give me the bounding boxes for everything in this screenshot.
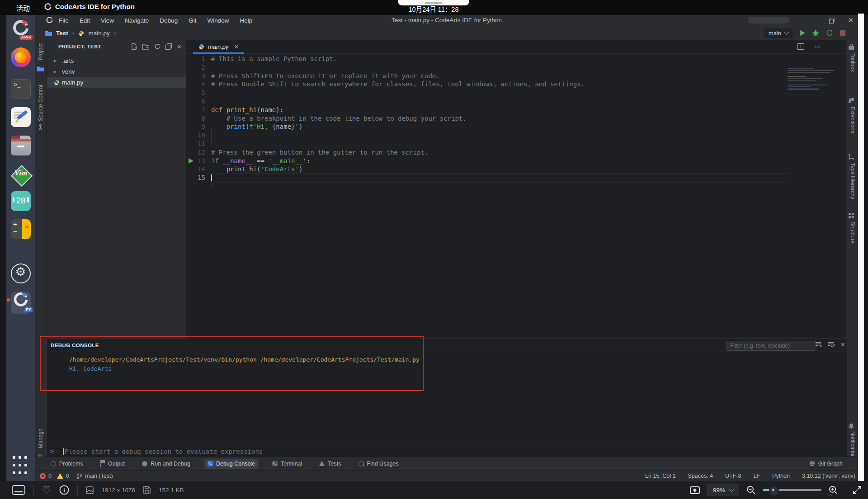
- display-icon[interactable]: [690, 486, 700, 494]
- menu-view[interactable]: View: [101, 17, 114, 24]
- files-icon[interactable]: [11, 136, 31, 155]
- project-folder-icon[interactable]: [37, 66, 44, 73]
- breadcrumb-file[interactable]: main.py: [88, 30, 109, 37]
- tab-main-py[interactable]: main.py ✕: [193, 40, 244, 53]
- warnings-icon[interactable]: [57, 473, 63, 479]
- tool-stripe-type-hierarchy[interactable]: Type Hierarchy: [849, 163, 856, 199]
- status-item[interactable]: LF: [753, 473, 760, 479]
- rerun-button[interactable]: [826, 29, 833, 37]
- status-item[interactable]: Python: [772, 473, 790, 479]
- source-control-icon[interactable]: [37, 124, 44, 131]
- close-panel-icon[interactable]: ✕: [840, 341, 845, 348]
- menu-git[interactable]: Git: [189, 17, 196, 24]
- tool-stripe-extensions[interactable]: Extensions: [849, 107, 856, 133]
- structure-icon[interactable]: [848, 212, 855, 220]
- vim-icon[interactable]: Vim: [11, 165, 31, 185]
- run-button[interactable]: [800, 30, 805, 36]
- app-grid-icon[interactable]: [11, 454, 31, 474]
- panel-tab-find-usages[interactable]: Find Usages: [355, 459, 402, 469]
- fullscreen-icon[interactable]: [853, 485, 862, 494]
- panel-tab-tests[interactable]: Tests: [316, 459, 344, 469]
- clear-console-icon[interactable]: [815, 342, 822, 348]
- favorite-heart-icon[interactable]: ♡: [42, 485, 51, 496]
- zoom-level-select[interactable]: 99%: [707, 484, 739, 496]
- keyboard-icon[interactable]: [12, 485, 25, 495]
- code-line-11[interactable]: 11: [186, 140, 846, 148]
- zoom-in-icon[interactable]: [829, 485, 838, 494]
- menu-help[interactable]: Help: [240, 17, 252, 24]
- code-line-13[interactable]: 13if __name__ == '__main__':: [186, 157, 846, 165]
- firefox-icon[interactable]: [11, 47, 31, 67]
- code-line-6[interactable]: 6: [186, 97, 846, 106]
- console-evaluate-row[interactable]: > Please start a debug session to evalua…: [47, 446, 847, 457]
- tool-stripe-toolbox[interactable]: Toolbox: [849, 53, 856, 72]
- more-actions-icon[interactable]: ⋯: [814, 43, 821, 50]
- soft-wrap-icon[interactable]: [828, 342, 835, 348]
- menu-debug[interactable]: Debug: [160, 17, 178, 24]
- debug-button[interactable]: [812, 29, 819, 37]
- zoom-out-icon[interactable]: [746, 485, 755, 494]
- code-area[interactable]: 1# This is a sample Python script.23# Pr…: [186, 53, 846, 340]
- run-gutter-icon[interactable]: [189, 158, 193, 164]
- toolbox-icon[interactable]: [848, 44, 855, 52]
- panel-tab-debug-console[interactable]: ›_Debug Console: [204, 459, 259, 469]
- breadcrumb-project[interactable]: Test: [56, 30, 68, 37]
- tree-item-mainpy[interactable]: main.py: [47, 77, 186, 88]
- tree-item-venv[interactable]: ▸venv: [47, 66, 186, 77]
- close-button[interactable]: ✕: [848, 16, 854, 24]
- branch-label[interactable]: main (Test): [85, 473, 113, 479]
- panel-tab-problems[interactable]: Problems: [47, 459, 87, 469]
- panel-tab-output[interactable]: Output: [97, 459, 129, 469]
- code-line-2[interactable]: 2: [186, 63, 846, 72]
- code-line-7[interactable]: 7def print_hi(name):: [186, 106, 846, 114]
- calendar-icon[interactable]: 28: [11, 191, 31, 211]
- tree-item-arts[interactable]: ▸.arts: [47, 55, 186, 66]
- text-editor-icon[interactable]: [11, 107, 31, 127]
- panel-tab-terminal[interactable]: ›_Terminal: [269, 459, 306, 469]
- menu-edit[interactable]: Edit: [80, 17, 90, 24]
- code-line-3[interactable]: 3# Press Shift+F9 to execute it or repla…: [186, 72, 846, 80]
- tool-stripe-source-control[interactable]: Source Control: [38, 85, 44, 121]
- extensions-icon[interactable]: [848, 98, 855, 105]
- warnings-count[interactable]: 0: [66, 473, 69, 479]
- code-line-9[interactable]: 9 print(f'Hi, {name}'): [186, 122, 846, 131]
- code-line-10[interactable]: 10: [186, 131, 846, 140]
- tab-close-icon[interactable]: ✕: [234, 43, 239, 50]
- close-icon[interactable]: ✕: [177, 43, 182, 50]
- activities-button[interactable]: 活动: [16, 3, 30, 13]
- split-editor-icon[interactable]: [797, 43, 804, 50]
- tool-stripe-project[interactable]: Project: [38, 43, 44, 60]
- errors-count[interactable]: 0: [48, 473, 52, 479]
- settings-icon[interactable]: ⚙: [11, 264, 31, 283]
- new-file-icon[interactable]: [131, 43, 137, 50]
- code-line-4[interactable]: 4# Press Double Shift to search everywhe…: [186, 80, 846, 89]
- minimap[interactable]: [788, 68, 844, 127]
- calculator-icon[interactable]: + − =: [11, 219, 31, 239]
- code-line-8[interactable]: 8 # Use a breakpoint in the code line be…: [186, 114, 846, 123]
- zoom-slider[interactable]: [763, 489, 821, 491]
- codearts-python-icon[interactable]: PY: [11, 288, 31, 312]
- errors-icon[interactable]: ✕: [40, 473, 46, 479]
- collapse-all-icon[interactable]: [165, 43, 172, 50]
- menu-window[interactable]: Window: [207, 17, 229, 24]
- notifications-bell-icon[interactable]: [848, 423, 855, 430]
- new-folder-icon[interactable]: [142, 44, 149, 50]
- expand-chevron-icon[interactable]: ▸: [54, 69, 58, 75]
- menu-file[interactable]: File: [59, 17, 69, 24]
- active-app-indicator[interactable]: CodeArts IDE for Python: [44, 3, 135, 10]
- git-graph-button[interactable]: Git Graph: [809, 461, 843, 467]
- status-item[interactable]: UTF-8: [725, 473, 741, 479]
- tool-stripe-structure[interactable]: Structure: [849, 221, 856, 244]
- panel-tab-run-and-debug[interactable]: Run and Debug: [138, 459, 194, 469]
- type-hierarchy-icon[interactable]: [848, 154, 855, 161]
- code-line-12[interactable]: 12# Press the green button in the gutter…: [186, 148, 846, 157]
- terminal-icon[interactable]: >_: [11, 79, 31, 99]
- minimize-button[interactable]: —: [811, 17, 816, 24]
- clock[interactable]: 10月24日 11：28: [398, 4, 469, 14]
- run-configuration-select[interactable]: main: [764, 28, 793, 38]
- code-line-1[interactable]: 1# This is a sample Python script.: [186, 55, 846, 63]
- codearts-java-icon[interactable]: JAVA: [11, 18, 31, 38]
- restore-button[interactable]: [829, 18, 835, 24]
- expand-chevron-icon[interactable]: ▸: [54, 58, 58, 64]
- refresh-icon[interactable]: [154, 43, 160, 50]
